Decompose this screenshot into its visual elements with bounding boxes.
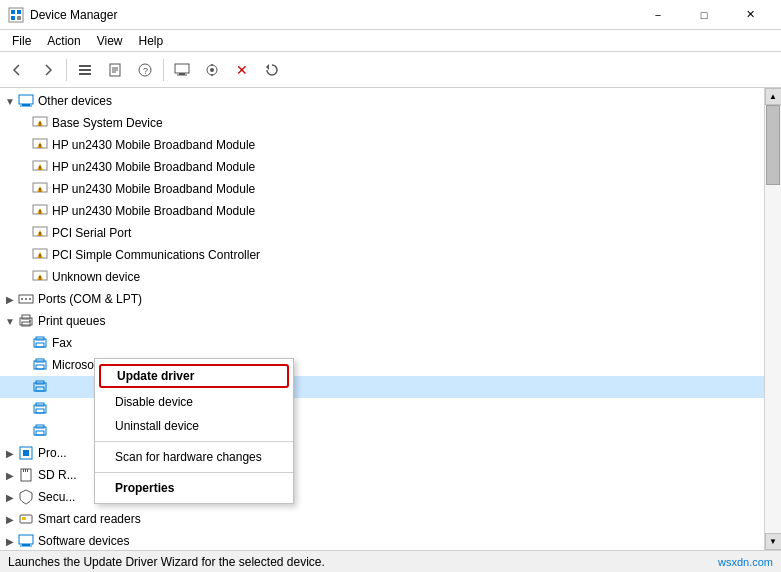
svg-point-51 [25,298,27,300]
hp-2-label: HP un2430 Mobile Broadband Module [52,160,255,174]
scroll-thumb[interactable] [766,105,780,185]
print-queues-icon [18,313,34,329]
svg-text:!: ! [39,187,41,193]
properties-button[interactable] [101,56,129,84]
svg-text:!: ! [39,231,41,237]
tree-node-fax[interactable]: ▶ Fax [0,332,764,354]
svg-rect-14 [175,64,189,73]
toolbar-sep-1 [66,59,67,81]
back-button[interactable] [4,56,32,84]
app-icon [8,7,24,23]
svg-rect-1 [11,10,15,14]
hp-1-label: HP un2430 Mobile Broadband Module [52,138,255,152]
menu-file[interactable]: File [4,32,39,50]
scroll-track[interactable] [765,105,781,533]
vertical-scrollbar[interactable]: ▲ ▼ [764,88,781,550]
tree-node-hp-2[interactable]: ▶ ! HP un2430 Mobile Broadband Module [0,156,764,178]
ms-print-icon [32,357,48,373]
proc-icon [18,445,34,461]
print-queues-label: Print queues [38,314,105,328]
hp-2-icon: ! [32,159,48,175]
main-area: ▼ Other devices ▶ ! Base System Devic [0,88,781,550]
base-system-icon: ! [32,115,48,131]
minimize-button[interactable]: − [635,0,681,30]
svg-marker-21 [266,64,269,70]
security-icon [18,489,34,505]
window-controls: − □ ✕ [635,0,773,30]
svg-rect-71 [36,431,44,435]
svg-rect-22 [19,95,33,104]
tree-node-hp-4[interactable]: ▶ ! HP un2430 Mobile Broadband Module [0,200,764,222]
scroll-down-button[interactable]: ▼ [765,533,782,550]
ctx-properties[interactable]: Properties [95,476,293,500]
svg-text:!: ! [39,275,41,281]
tree-node-other-devices[interactable]: ▼ Other devices [0,90,764,112]
ctx-uninstall-device[interactable]: Uninstall device [95,414,293,438]
svg-text:!: ! [39,253,41,259]
status-right: wsxdn.com [718,556,773,568]
tree-node-pci-serial[interactable]: ▶ ! PCI Serial Port [0,222,764,244]
svg-text:!: ! [39,209,41,215]
tree-node-smart-card[interactable]: ▶ Smart card readers [0,508,764,530]
forward-button[interactable] [34,56,62,84]
menu-view[interactable]: View [89,32,131,50]
expand-ports[interactable]: ▶ [2,291,18,307]
ctx-separator-2 [95,472,293,473]
unknown-label: Unknown device [52,270,140,284]
expand-security[interactable]: ▶ [2,489,18,505]
base-system-label: Base System Device [52,116,163,130]
scroll-up-button[interactable]: ▲ [765,88,782,105]
tree-node-ports[interactable]: ▶ Ports (COM & LPT) [0,288,764,310]
context-menu: Update driver Disable device Uninstall d… [94,358,294,504]
menu-help[interactable]: Help [131,32,172,50]
expand-software[interactable]: ▶ [2,533,18,549]
printer-3-icon [32,423,48,439]
scan-changes-button[interactable] [258,56,286,84]
svg-rect-5 [79,65,91,67]
hp-1-icon: ! [32,137,48,153]
svg-rect-68 [36,409,44,413]
fax-icon [32,335,48,351]
tree-node-base-system[interactable]: ▶ ! Base System Device [0,112,764,134]
svg-rect-59 [36,343,44,347]
security-label: Secu... [38,490,75,504]
list-view-button[interactable] [71,56,99,84]
ctx-scan-hardware[interactable]: Scan for hardware changes [95,445,293,469]
svg-rect-7 [79,73,91,75]
remove-device-button[interactable]: ✕ [228,56,256,84]
monitor-button[interactable] [168,56,196,84]
svg-text:?: ? [143,66,148,76]
tree-node-unknown[interactable]: ▶ ! Unknown device [0,266,764,288]
sd-label: SD R... [38,468,77,482]
software-label: Software devices [38,534,129,548]
pci-simple-label: PCI Simple Communications Controller [52,248,260,262]
ctx-update-driver[interactable]: Update driver [99,364,289,388]
tree-node-software[interactable]: ▶ Software devices [0,530,764,550]
svg-point-18 [210,68,214,72]
svg-text:!: ! [39,121,41,127]
expand-proc[interactable]: ▶ [2,445,18,461]
other-devices-icon [18,93,34,109]
tree-node-print-queues[interactable]: ▼ Print queues [0,310,764,332]
expand-print[interactable]: ▼ [2,313,18,329]
svg-rect-77 [27,469,28,472]
tree-node-pci-simple[interactable]: ▶ ! PCI Simple Communications Controller [0,244,764,266]
maximize-button[interactable]: □ [681,0,727,30]
pci-simple-icon: ! [32,247,48,263]
ports-icon [18,291,34,307]
hp-3-icon: ! [32,181,48,197]
svg-text:!: ! [39,165,41,171]
tree-node-hp-3[interactable]: ▶ ! HP un2430 Mobile Broadband Module [0,178,764,200]
ctx-disable-device[interactable]: Disable device [95,390,293,414]
window-title: Device Manager [30,8,635,22]
expand-other-devices[interactable]: ▼ [2,93,18,109]
expand-smart-card[interactable]: ▶ [2,511,18,527]
update-driver-toolbar-button[interactable] [198,56,226,84]
expand-sd[interactable]: ▶ [2,467,18,483]
help-button[interactable]: ? [131,56,159,84]
tree-node-hp-1[interactable]: ▶ ! HP un2430 Mobile Broadband Module [0,134,764,156]
menu-action[interactable]: Action [39,32,88,50]
smart-card-label: Smart card readers [38,512,141,526]
svg-rect-80 [19,535,33,544]
close-button[interactable]: ✕ [727,0,773,30]
